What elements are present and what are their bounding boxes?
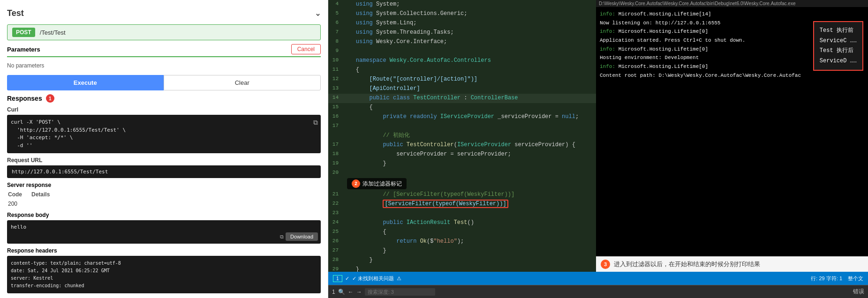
right-panel: 4 using System; 5 using System.Collectio…	[328, 0, 868, 298]
request-url-label: Request URL	[7, 157, 321, 164]
code-line-22: 21 // [ServiceFilter(typeof(WeskyFilter)…	[328, 190, 596, 200]
response-headers-box: content-type: text/plain; charset=utf-8 …	[7, 256, 321, 293]
result-line-2: ServiceC ……	[820, 36, 857, 46]
editor-search-bar: 1 🔍 ← → 错误	[328, 285, 868, 298]
error-label: 错误	[853, 288, 864, 296]
code-line-28: 27 }	[328, 246, 596, 256]
test-header: Test ⌄	[0, 5, 328, 22]
code-line-29: 28 }	[328, 256, 596, 265]
response-headers-label: Response headers	[7, 247, 321, 254]
code-line-10: 10 namespace Wesky.Core.Autofac.Controll…	[328, 56, 596, 66]
execute-button[interactable]: Execute	[7, 75, 164, 90]
execute-clear-bar: Execute Clear	[7, 75, 321, 90]
code-line-13: 13 [ApiController]	[328, 84, 596, 94]
search-input[interactable]	[365, 288, 435, 296]
arrow-right-icon[interactable]: →	[356, 289, 362, 295]
tab-indicator: 1	[333, 276, 342, 281]
code-line-4: 4 using System;	[328, 0, 596, 9]
responses-badge: 1	[46, 94, 54, 103]
terminal-content: info: Microsoft.Hosting.Lifetime[14] Now…	[596, 7, 868, 256]
response-headers-section: Response headers content-type: text/plai…	[7, 247, 321, 293]
code-line-6: 6 using System.Linq;	[328, 19, 596, 28]
code-line-7: 7 using System.Threading.Tasks;	[328, 28, 596, 37]
code-line-16: 16 private readonly IServiceProvider _se…	[328, 112, 596, 122]
responses-title: Responses	[7, 95, 42, 102]
arrow-left-icon[interactable]: ←	[348, 289, 354, 295]
code-line-17a: 17	[328, 122, 596, 131]
search-icon: 🔍	[338, 289, 345, 295]
code-line-20: 19 }	[328, 159, 596, 169]
response-copy-icon[interactable]: ⧉	[280, 234, 284, 240]
warning-icon: ⚠	[397, 276, 401, 282]
response-body-box: hello ⧉ Download	[7, 220, 321, 244]
cancel-button[interactable]: Cancel	[291, 44, 321, 54]
code-line-12: 12 [Route("[controller]/[action]")]	[328, 75, 596, 84]
circle-2: 2	[352, 179, 360, 188]
bubble-2-text: 添加过滤器标记	[362, 180, 402, 188]
response-body-section: Response body hello ⧉ Download	[7, 212, 321, 244]
tab-num: 1	[333, 275, 342, 282]
code-line-21: 20	[328, 169, 596, 178]
code-line-26: 25 {	[328, 228, 596, 237]
endpoint-bar: POST /Test/Test	[7, 24, 321, 40]
details-column-header: Details	[31, 191, 50, 198]
response-headers-content: content-type: text/plain; charset=utf-8 …	[11, 261, 121, 288]
parameters-section: Parameters Cancel No parameters	[7, 44, 321, 71]
result-line-4: ServiceD ……	[820, 56, 857, 67]
responses-section: Responses 1	[7, 94, 321, 103]
result-line-3: Test 执行后	[820, 46, 857, 56]
copy-icon[interactable]: ⧉	[313, 118, 318, 127]
code-line-30: 29 }	[328, 265, 596, 272]
download-button[interactable]: Download	[286, 232, 318, 241]
curl-code: curl -X 'POST' \ 'http://127.0.0.1:6555/…	[11, 119, 126, 149]
code-editor[interactable]: 4 using System; 5 using System.Collectio…	[328, 0, 596, 272]
result-box: Test 执行前 ServiceC …… Test 执行后 ServiceD ……	[813, 21, 863, 71]
no-params-label: No parameters	[7, 60, 321, 71]
annotation-3-bar: 3 进入到过滤器以后，在开始和结束的时候分别打印结果	[596, 256, 868, 272]
clear-button[interactable]: Clear	[164, 75, 321, 90]
terminal-path: D:\Wesky\Wesky.Core.Autofac\Wesky.Core.A…	[599, 1, 795, 6]
code-line-5: 5 using System.Collections.Generic;	[328, 9, 596, 19]
code-line-18: 17 public TestController(IServiceProvide…	[328, 141, 596, 150]
right-top: 4 using System; 5 using System.Collectio…	[328, 0, 868, 272]
code-line-8: 8 using Wesky.Core.Interface;	[328, 37, 596, 47]
code-line-9: 9	[328, 47, 596, 56]
request-url-box: http://127.0.0.1:6555/Test/Test	[7, 165, 321, 178]
code-line-24: 23	[328, 209, 596, 218]
highlight-filter-attr: [ServiceFilter(typeof(WeskyFilter))]	[383, 200, 508, 208]
code-column-header: Code	[8, 191, 22, 198]
terminal-title-bar: D:\Wesky\Wesky.Core.Autofac\Wesky.Core.A…	[596, 0, 868, 7]
server-response-label: Server response	[7, 182, 321, 188]
bottom-status-bar: 1 ✓ ✓ 未找到相关问题 ⚠ 行: 29 字符: 1 整个文	[328, 272, 868, 285]
server-response-section: Server response Code Details 200	[7, 182, 321, 208]
code-line-23: 22 [ServiceFilter(typeof(WeskyFilter))]	[328, 200, 596, 209]
params-header: Parameters Cancel	[7, 44, 321, 57]
annotation-3-text: 进入到过滤器以后，在开始和结束的时候分别打印结果	[614, 260, 760, 268]
line-info: 行: 29 字符: 1	[811, 275, 842, 282]
params-title: Parameters	[7, 46, 40, 53]
annotation-2-bubble: 2 添加过滤器标记	[347, 178, 407, 189]
request-url-section: Request URL http://127.0.0.1:6555/Test/T…	[7, 157, 321, 178]
code-line-15: 15 {	[328, 103, 596, 112]
response-actions: ⧉ Download	[280, 232, 318, 241]
response-body-label: Response body	[7, 212, 321, 218]
result-line-1: Test 执行前	[820, 26, 857, 36]
curl-box: curl -X 'POST' \ 'http://127.0.0.1:6555/…	[7, 115, 321, 153]
code-details-header: Code Details	[7, 191, 321, 198]
terminal-log-area[interactable]: info: Microsoft.Hosting.Lifetime[14] Now…	[596, 7, 868, 256]
status-right: 行: 29 字符: 1 整个文	[811, 275, 863, 282]
code-row: 200	[7, 200, 321, 208]
terminal-panel: D:\Wesky\Wesky.Core.Autofac\Wesky.Core.A…	[596, 0, 868, 272]
chevron-down-icon[interactable]: ⌄	[315, 9, 321, 18]
code-line-14: 14 public class TestController : Control…	[328, 94, 596, 103]
curl-label: Curl	[7, 106, 321, 113]
response-body-content: hello	[11, 224, 26, 230]
no-issues-label: ✓ 未找到相关问题	[352, 275, 394, 282]
test-title: Test	[7, 8, 24, 18]
responses-header: Responses 1	[7, 94, 321, 103]
log-line-1: info: Microsoft.Hosting.Lifetime[14]	[600, 10, 864, 19]
method-badge: POST	[12, 28, 35, 37]
swagger-panel: Test ⌄ POST /Test/Test Parameters Cancel…	[0, 0, 328, 298]
annotation-2-container: 2 添加过滤器标记	[347, 178, 596, 189]
encoding-label: 整个文	[848, 275, 863, 282]
